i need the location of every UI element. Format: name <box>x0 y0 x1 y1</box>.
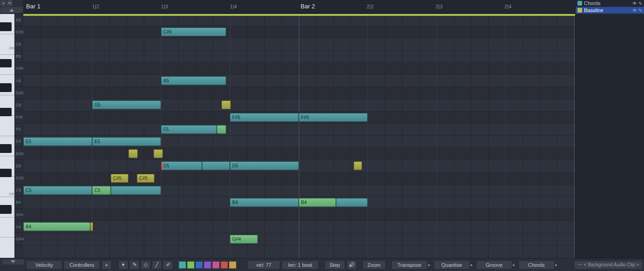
chevron-right-icon: ▸ <box>513 262 515 267</box>
midi-note[interactable]: A5 <box>161 76 226 85</box>
color-swatch[interactable] <box>212 261 220 269</box>
beat-label: 1|3 <box>161 4 168 9</box>
background-clip-selector[interactable]: 〰 < Background Audio Clip > <box>574 260 643 270</box>
midi-note[interactable]: C5 <box>23 186 92 195</box>
note-row-label: F#5 <box>15 112 23 124</box>
eye-icon[interactable]: 👁 <box>632 1 637 6</box>
length-display[interactable]: len: 1 beat <box>282 260 319 270</box>
timeline-ruler[interactable]: Bar 1Bar 21|21|31|42|22|32|4 <box>23 0 575 13</box>
note-row-label: A#5 <box>15 63 23 75</box>
audio-preview-button[interactable]: 🔊 <box>347 260 357 270</box>
midi-note[interactable] <box>221 100 231 109</box>
scroll-spacer <box>2 265 24 271</box>
eraser-tool[interactable]: ◇ <box>141 260 151 270</box>
midi-note[interactable]: C#6 <box>161 27 226 36</box>
note-row-label: A4 <box>15 221 23 233</box>
step-button[interactable]: Step <box>324 260 345 270</box>
color-swatch[interactable] <box>195 261 203 269</box>
edit-icon[interactable]: ✎ <box>638 8 642 13</box>
track-color-swatch <box>577 8 582 13</box>
midi-note[interactable]: B4 <box>299 198 336 207</box>
color-swatch[interactable] <box>229 261 236 269</box>
chords-button[interactable]: Chords <box>518 260 555 270</box>
line-tool[interactable]: ╱ <box>152 260 162 270</box>
midi-note[interactable]: D5 <box>230 161 299 170</box>
midi-note[interactable]: C#5 <box>111 174 128 183</box>
chevron-right-icon: ▸ <box>555 262 557 267</box>
color-swatch[interactable] <box>221 261 228 269</box>
draw-tool[interactable]: ✐ <box>163 260 173 270</box>
bar-label: Bar 1 <box>26 3 40 10</box>
midi-note[interactable] <box>336 198 368 207</box>
midi-note[interactable] <box>217 125 226 134</box>
transpose-button[interactable]: Transpose <box>391 260 428 270</box>
midi-note[interactable]: E5 <box>92 137 161 146</box>
piano-black-key[interactable] <box>0 22 12 31</box>
track-item[interactable]: Chords👁✎ <box>576 0 644 7</box>
velocity-display[interactable]: vel: 77 <box>248 260 280 270</box>
beat-label: 1|4 <box>230 4 237 9</box>
eye-icon[interactable]: 👁 <box>632 8 637 13</box>
chevron-right-icon: ▸ <box>470 262 473 267</box>
midi-note[interactable] <box>90 222 93 231</box>
pencil-tool[interactable]: ✎ <box>129 260 140 270</box>
pointer-tool[interactable]: ▾ <box>118 260 128 270</box>
groove-button[interactable]: Groove <box>476 260 512 270</box>
midi-note[interactable]: F#5 <box>230 113 299 122</box>
beat-label: 2|4 <box>504 4 511 9</box>
midi-note[interactable] <box>202 161 230 170</box>
beat-label: 2|2 <box>367 4 374 9</box>
midi-note[interactable]: D5 <box>161 161 202 170</box>
note-row-label: A5 <box>15 75 23 87</box>
note-row-label: B5 <box>15 51 23 63</box>
midi-note[interactable] <box>128 149 138 158</box>
beat-label: 2|3 <box>436 4 443 9</box>
track-name: Chords <box>584 0 600 6</box>
track-item[interactable]: Bassline👁✎ <box>576 7 644 14</box>
midi-note[interactable]: F5 <box>161 125 217 134</box>
track-panel <box>575 14 644 258</box>
detach-icon[interactable]: ⧉ <box>7 0 13 6</box>
midi-note[interactable]: C5 <box>92 186 111 195</box>
velocity-tab[interactable]: Velocity <box>26 260 62 270</box>
midi-note[interactable]: B4 <box>230 198 299 207</box>
close-icon[interactable]: ✕ <box>0 0 6 6</box>
controllers-tab[interactable]: Controllers <box>64 260 100 270</box>
note-row-label: D5 <box>15 160 23 172</box>
midi-note[interactable]: E5 <box>23 137 92 146</box>
note-row-label: C#6 <box>15 26 23 38</box>
scroll-down-button[interactable] <box>2 259 24 264</box>
note-row-label: G#4 <box>15 233 23 245</box>
add-controller-button[interactable]: + <box>101 260 112 270</box>
tool-group: ▾ ✎ ◇ ╱ ✐ <box>118 260 173 270</box>
playhead-track[interactable] <box>23 14 575 16</box>
note-row-label: C5 <box>15 185 23 197</box>
midi-note[interactable]: G#4 <box>230 235 258 244</box>
midi-note[interactable]: C#5 <box>137 174 154 183</box>
note-color-picker <box>179 261 236 269</box>
zoom-button[interactable]: Zoom <box>362 260 386 270</box>
midi-note[interactable]: G5 <box>92 100 161 109</box>
edit-icon[interactable]: ✎ <box>638 1 642 6</box>
piano-keyboard[interactable]: C6C5 <box>0 14 15 258</box>
midi-note[interactable] <box>154 149 163 158</box>
note-row-label: D6 <box>15 14 23 26</box>
note-row-label: E5 <box>15 136 23 148</box>
color-swatch[interactable] <box>187 261 195 269</box>
note-row-label: F5 <box>15 124 23 136</box>
chevron-right-icon: ▸ <box>428 262 430 267</box>
note-row-label: D#5 <box>15 148 23 160</box>
octave-label: C5 <box>9 192 14 257</box>
midi-note[interactable]: A4 <box>23 222 90 231</box>
midi-note[interactable] <box>111 186 161 195</box>
note-grid[interactable]: C#6A5G5F#5F#5F5E5E5E5D5D5C#5C#5C5C5B4B4A… <box>23 14 575 258</box>
midi-note[interactable]: F#5 <box>299 113 368 122</box>
color-swatch[interactable] <box>179 261 186 269</box>
note-row-label: C6 <box>15 38 23 50</box>
midi-note[interactable] <box>354 161 362 170</box>
waveform-icon: 〰 <box>577 262 582 267</box>
scroll-up-button[interactable] <box>0 7 23 13</box>
track-name: Bassline <box>584 7 604 13</box>
color-swatch[interactable] <box>204 261 211 269</box>
quantise-button[interactable]: Quantise <box>434 260 470 270</box>
